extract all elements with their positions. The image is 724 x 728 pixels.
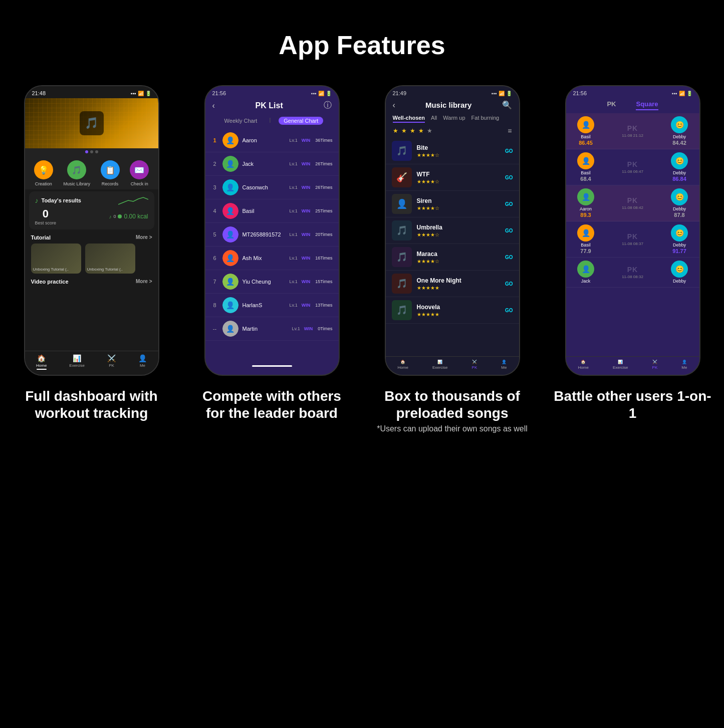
p3-star-5[interactable]: ★ bbox=[427, 127, 432, 134]
p3-song-wtf[interactable]: 🎸 WTF ★★★★☆ GO bbox=[386, 164, 519, 191]
p2-row-last[interactable]: -- 👤 Martin Lv.1 WIN 0Times bbox=[205, 317, 339, 341]
p3-go-bite[interactable]: GO bbox=[505, 148, 513, 154]
p3-nav-home[interactable]: 🏠 Home bbox=[398, 360, 408, 370]
p2-row-5[interactable]: 5 👤 MT2658891572 Lv.1 WIN 20Times bbox=[205, 223, 339, 247]
p4-p1-score-2: 68.4 bbox=[580, 176, 591, 182]
p1-nav-exercise-label: Exercise bbox=[69, 363, 85, 368]
p4-player2-battle1: 😊 Debby 84.42 bbox=[666, 116, 693, 146]
p3-song-maraca[interactable]: 🎵 Maraca ★★★★☆ GO bbox=[386, 244, 519, 271]
p2-times-8: 13Times bbox=[315, 303, 332, 308]
p1-icon-music[interactable]: 🎵 Music Library bbox=[63, 160, 90, 186]
p2-row-1[interactable]: 1 👤 Aaron Lv.1 WIN 36Times bbox=[205, 129, 339, 152]
p3-nav-exercise[interactable]: 📊 Exercise bbox=[432, 360, 448, 370]
p4-battle-5[interactable]: 👤 Jack PK 11-08 08:32 😊 Debby bbox=[566, 258, 699, 288]
p4-battle-4[interactable]: 👤 Basil 77.9 PK 11-08 08:37 😊 Debby 91.7… bbox=[566, 221, 699, 258]
p3-go-maraca[interactable]: GO bbox=[505, 255, 513, 260]
p4-battle-3[interactable]: 👤 Aaron 89.3 PK 11-08 08:42 😊 Debby 87.8 bbox=[566, 185, 699, 221]
p3-bottombar: 🏠 Home 📊 Exercise ⚔️ PK 👤 Me bbox=[386, 356, 519, 375]
p1-nav-pk-label: PK bbox=[109, 363, 114, 368]
p4-player2-battle4: 😊 Debby 91.77 bbox=[666, 224, 693, 254]
p4-nav-pk[interactable]: ⚔️ PK bbox=[652, 360, 658, 370]
p4-nav-home[interactable]: 🏠 Home bbox=[578, 360, 589, 370]
p3-go-siren[interactable]: GO bbox=[505, 201, 513, 207]
p4-vs-1: PK 11-08 21:12 bbox=[603, 124, 663, 138]
p3-song-bite[interactable]: 🎵 Bite ★★★★☆ GO bbox=[386, 138, 519, 164]
p1-kcal-value: 0.00 kcal bbox=[124, 213, 148, 220]
p3-signal-icons: ▪▪▪📶🔋 bbox=[492, 91, 512, 96]
p1-icon-records[interactable]: 📋 Records bbox=[101, 160, 120, 186]
p3-name-siren: Siren bbox=[417, 197, 500, 204]
p4-pk-badge-2: PK bbox=[627, 160, 638, 168]
p1-chart-svg bbox=[118, 195, 148, 205]
p2-rank-3: 3 bbox=[211, 184, 218, 190]
p1-nav-me[interactable]: 👤 Me bbox=[138, 354, 147, 370]
p3-filter-icon[interactable]: ≡ bbox=[508, 127, 512, 135]
p3-search-button[interactable]: 🔍 bbox=[502, 100, 512, 110]
p3-star-4[interactable]: ★ bbox=[418, 127, 424, 134]
p3-tab-fatburn[interactable]: Fat burning bbox=[471, 115, 500, 123]
p4-tab-pk[interactable]: PK bbox=[607, 100, 616, 110]
p3-song-onemorenight[interactable]: 🎵 One More Night ★★★★★ GO bbox=[386, 271, 519, 297]
p4-battle-2[interactable]: 👤 Basil 68.4 PK 11-08 06:47 😊 Debby 86.8… bbox=[566, 149, 699, 185]
p1-tutorial-1-label: Unboxing Tutorial (.. bbox=[33, 267, 69, 272]
p3-nav-exercise-label: Exercise bbox=[432, 365, 448, 370]
p4-player2-battle2: 😊 Debby 86.84 bbox=[666, 152, 693, 182]
p3-star-2[interactable]: ★ bbox=[401, 127, 407, 134]
p1-video-more[interactable]: More > bbox=[136, 279, 152, 285]
p2-row-6[interactable]: 6 👤 Ash Mix Lv.1 WIN 16Times bbox=[205, 247, 339, 270]
p3-me-icon: 👤 bbox=[502, 360, 507, 364]
p3-song-hoovela[interactable]: 🎵 Hoovela ★★★★★ GO bbox=[386, 297, 519, 324]
p1-icon-checkin[interactable]: ✉️ Check in bbox=[130, 160, 149, 186]
p4-tab-square[interactable]: Square bbox=[636, 100, 658, 110]
p2-lv-7: Lv.1 bbox=[289, 279, 297, 284]
p3-tab-warmup[interactable]: Warm up bbox=[443, 115, 465, 123]
p3-tab-all[interactable]: All bbox=[431, 115, 437, 123]
p3-nav-home-label: Home bbox=[398, 365, 408, 370]
p2-row-8[interactable]: 8 👤 HarlanS Lv.1 WIN 13Times bbox=[205, 294, 339, 317]
page-title: App Features bbox=[279, 30, 445, 60]
p2-row-7[interactable]: 7 👤 Yiu Cheung Lv.1 WIN 15Times bbox=[205, 270, 339, 294]
p4-nav-exercise[interactable]: 📊 Exercise bbox=[613, 360, 628, 370]
p4-battle-1[interactable]: 👤 Basil 86.45 PK 11-08 21:12 😊 Debby 84.… bbox=[566, 113, 699, 149]
p3-song-siren[interactable]: 👤 Siren ★★★★☆ GO bbox=[386, 191, 519, 217]
p1-tutorial-more[interactable]: More > bbox=[136, 234, 152, 240]
p4-p1-name-5: Jack bbox=[581, 279, 591, 284]
feature-caption-leaderboard: Compete with others for the leader board bbox=[182, 388, 362, 421]
p2-row-4[interactable]: 4 👤 Basil Lv.1 WIN 25Times bbox=[205, 199, 339, 223]
p2-tab-weekly[interactable]: Weekly Chart bbox=[220, 117, 262, 125]
p3-status-bar: 21:49 ▪▪▪📶🔋 bbox=[386, 86, 519, 98]
p3-name-wtf: WTF bbox=[417, 171, 500, 178]
p3-nav-me[interactable]: 👤 Me bbox=[501, 360, 507, 370]
p4-p1-score-1: 86.45 bbox=[579, 140, 593, 146]
p3-info-umbrella: Umbrella ★★★★☆ bbox=[417, 224, 500, 237]
p1-nav-pk[interactable]: ⚔️ PK bbox=[107, 354, 116, 370]
p3-info-maraca: Maraca ★★★★☆ bbox=[417, 251, 500, 264]
p3-star-3[interactable]: ★ bbox=[410, 127, 415, 134]
p3-nav-pk[interactable]: ⚔️ PK bbox=[472, 360, 477, 370]
p2-tab-general[interactable]: General Chart bbox=[279, 117, 323, 125]
p2-row-2[interactable]: 2 👤 Jack Lv.1 WIN 26Times bbox=[205, 152, 339, 176]
p2-rank-4: 4 bbox=[211, 208, 218, 214]
p1-icon-creation[interactable]: 💡 Creation bbox=[34, 160, 53, 186]
p3-star-1[interactable]: ★ bbox=[393, 127, 398, 134]
p4-p2-name-5: Debby bbox=[673, 279, 686, 284]
p1-nav-exercise[interactable]: 📊 Exercise bbox=[69, 354, 85, 370]
p1-tutorial-2[interactable]: Unboxing Tutorial (.. bbox=[85, 244, 135, 274]
p1-nav-home[interactable]: 🏠 Home bbox=[36, 354, 47, 370]
p1-music-small: ♪ bbox=[109, 214, 111, 219]
p1-music-icon: ♪ bbox=[35, 196, 39, 204]
p1-dots bbox=[25, 148, 158, 155]
p3-song-umbrella[interactable]: 🎵 Umbrella ★★★★☆ GO bbox=[386, 217, 519, 244]
p3-go-onemorenight[interactable]: GO bbox=[505, 281, 513, 287]
p2-times-last: 0Times bbox=[318, 326, 332, 331]
p3-tab-wellchosen[interactable]: Well-chosen bbox=[393, 115, 425, 123]
p3-go-wtf[interactable]: GO bbox=[505, 175, 513, 180]
p4-nav-me[interactable]: 👤 Me bbox=[681, 360, 687, 370]
p1-pk-icon: ⚔️ bbox=[107, 354, 116, 362]
p3-go-hoovela[interactable]: GO bbox=[505, 308, 513, 313]
p3-info-onemorenight: One More Night ★★★★★ bbox=[417, 277, 500, 291]
p1-tutorial-1[interactable]: Unboxing Tutorial (.. bbox=[31, 244, 81, 274]
p2-row-3[interactable]: 3 👤 Casonwch Lv.1 WIN 26Times bbox=[205, 176, 339, 199]
p3-go-umbrella[interactable]: GO bbox=[505, 228, 513, 233]
p2-info-button[interactable]: ⓘ bbox=[324, 100, 332, 111]
